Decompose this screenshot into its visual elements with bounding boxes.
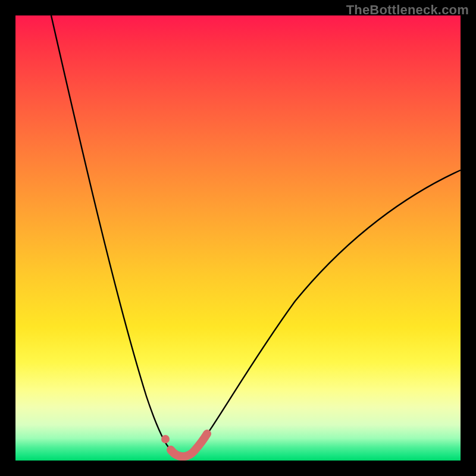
valley-floor: [171, 450, 195, 455]
watermark-text: TheBottleneck.com: [346, 2, 469, 18]
highlight-dot-icon: [161, 435, 170, 443]
right-curve: [195, 170, 461, 450]
highlight-valley-stroke: [171, 434, 207, 456]
chart-plot-area: [15, 15, 461, 461]
left-curve: [51, 15, 171, 450]
bottleneck-curve-svg: [15, 15, 461, 461]
